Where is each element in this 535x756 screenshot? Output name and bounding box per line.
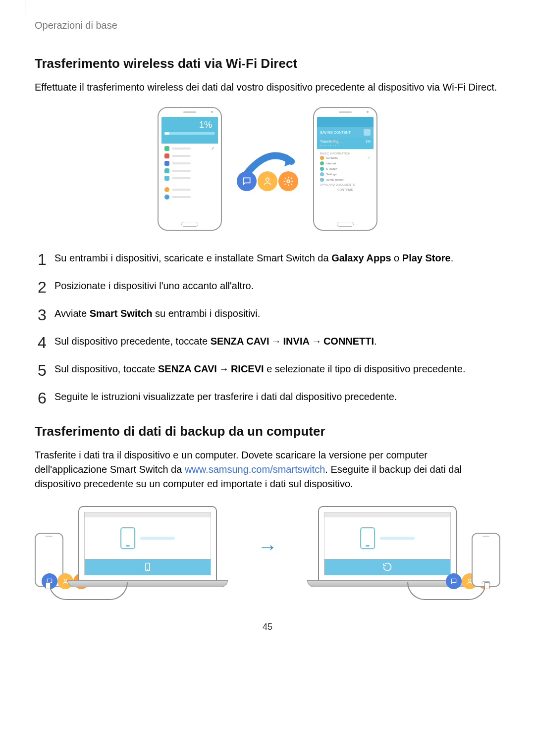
messages-icon <box>237 171 257 191</box>
screen-label: SAVING CONTENT <box>320 131 351 134</box>
restore-to-phone <box>292 506 500 587</box>
transfer-arrow-group <box>237 147 298 191</box>
check-icon: ✓ <box>368 156 371 160</box>
computer-transfer-illustration: → <box>35 506 500 587</box>
check-icon: ✓ <box>211 146 215 151</box>
computer-backup-title: Trasferimento di dati di backup da un co… <box>35 424 500 439</box>
computer-backup-intro: Trasferite i dati tra il dispositivo e u… <box>35 448 500 491</box>
svg-point-1 <box>287 180 290 183</box>
arrow-right-icon: → <box>258 536 277 558</box>
wifi-direct-intro: Effettuate il trasferimento wireless dei… <box>35 80 500 95</box>
phone-outline-icon <box>120 527 135 549</box>
step-2: Posizionate i dispositivi l'uno accanto … <box>35 278 500 293</box>
continue-label: CONTINUE <box>320 188 371 191</box>
source-phone: 1% ✓ <box>158 107 222 231</box>
basic-info-label: BASIC INFORMATION <box>320 152 371 155</box>
phone-sync-icon <box>143 562 153 572</box>
usb-cable <box>49 582 128 600</box>
mini-phone-right <box>472 533 500 587</box>
apps-docs-label: APPS AND DOCUMENTS <box>320 183 371 186</box>
source-progress-percent: 1% <box>164 120 215 130</box>
wifi-direct-title: Trasferimento wireless dati via Wi-Fi Di… <box>35 56 500 71</box>
backup-to-computer <box>35 506 243 587</box>
usb-connector-icon <box>46 582 51 589</box>
target-phone: SAVING CONTENT Transferring... 1% • • • … <box>313 107 377 231</box>
laptop-right <box>318 506 457 587</box>
svg-point-5 <box>469 579 471 581</box>
step-1: Su entrambi i dispositivi, scaricate e i… <box>35 251 500 265</box>
step-6: Seguite le istruzioni visualizzate per t… <box>35 389 500 404</box>
laptop-left <box>78 506 217 587</box>
restore-icon <box>382 562 392 572</box>
target-progress-percent: 1% <box>366 140 371 143</box>
svg-point-0 <box>266 178 269 181</box>
wifi-transfer-illustration: 1% ✓ <box>35 107 500 231</box>
step-4: Sul dispositivo precedente, toccate SENZ… <box>35 334 500 349</box>
step-3: Avviate Smart Switch su entrambi i dispo… <box>35 306 500 321</box>
settings-icon <box>278 171 298 191</box>
page-content: Operazioni di base Trasferimento wireles… <box>0 0 535 652</box>
contacts-icon <box>258 171 277 191</box>
step-5: Sul dispositivo, toccate SENZA CAVI→RICE… <box>35 361 500 376</box>
page-number: 45 <box>35 622 500 632</box>
usb-connector-icon <box>484 582 489 589</box>
svg-point-2 <box>64 579 67 581</box>
smartswitch-link[interactable]: www.samsung.com/smartswitch <box>185 464 325 475</box>
header-section-label: Operazioni di base <box>35 20 500 31</box>
page-corner-tick <box>25 0 25 14</box>
transferring-label: Transferring... <box>320 140 341 143</box>
phone-outline-icon <box>360 527 375 549</box>
steps-list: Su entrambi i dispositivi, scaricate e i… <box>35 251 500 404</box>
usb-cable <box>407 582 486 600</box>
